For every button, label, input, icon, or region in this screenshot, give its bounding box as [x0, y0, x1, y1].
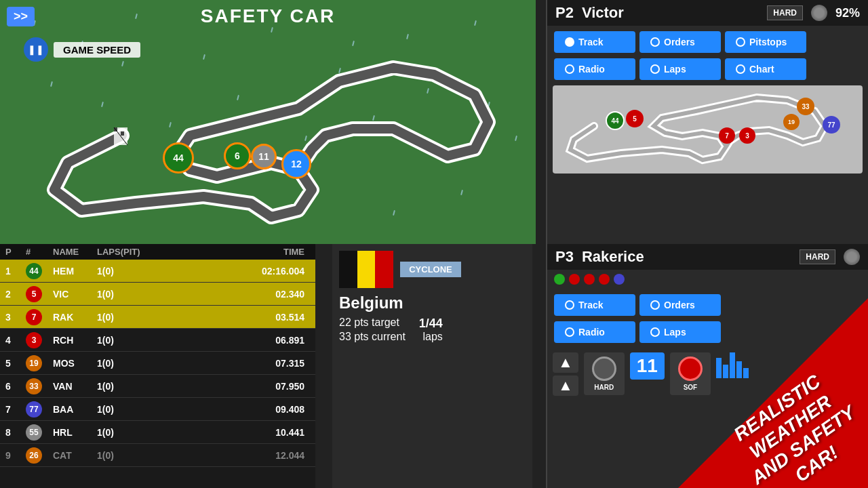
- car-11: 11: [251, 144, 277, 169]
- mini-car-44: 44: [606, 111, 625, 130]
- hard-tire-icon: [592, 357, 616, 381]
- radio-chart: [736, 64, 745, 74]
- nav-radio-btn-p2[interactable]: Radio: [554, 58, 635, 80]
- mini-car-3: 3: [739, 127, 755, 144]
- svg-rect-3: [121, 131, 124, 136]
- p3-driver-name: Rakerice: [582, 248, 791, 266]
- svg-rect-2: [114, 127, 117, 131]
- p2-driver-name: Victor: [582, 4, 759, 22]
- p3-position: P3: [555, 248, 574, 266]
- hard-tire-box: HARD: [584, 352, 625, 395]
- p3-radio-track: [565, 300, 574, 310]
- p2-header: P2 Victor HARD 92%: [547, 0, 868, 26]
- p2-mini-track: 44 5 33 77 19 7 3: [553, 85, 863, 174]
- mini-car-33: 33: [797, 98, 814, 115]
- pts-target-row: 22 pts target: [339, 317, 406, 329]
- table-row: 6 33 VAN 1(0) 07.950: [0, 375, 315, 398]
- col-header-name: NAME: [53, 247, 97, 257]
- safety-car-banner: SAFETY CAR: [201, 5, 335, 27]
- radio-track: [565, 37, 574, 47]
- pts-current-row: 33 pts current: [339, 331, 406, 343]
- table-row: 7 77 BAA 1(0) 09.408: [0, 398, 315, 421]
- weather-badge: CYCLONE: [400, 262, 461, 277]
- nav-laps-btn-p2[interactable]: Laps: [639, 58, 721, 80]
- p2-nav-buttons-row2: Radio Laps Chart: [547, 58, 868, 85]
- lap-up-arrow[interactable]: ▲: [553, 352, 578, 373]
- table-row: 9 26 CAT 1(0) 12.044: [0, 444, 315, 467]
- p2-position: P2: [555, 4, 574, 22]
- car-6: 6: [224, 142, 251, 169]
- table-row: 5 19 MOS 1(0) 07.315: [0, 352, 315, 375]
- game-speed-label: GAME SPEED: [54, 42, 140, 58]
- fast-forward-button[interactable]: >>: [7, 7, 35, 26]
- nav-chart-btn-p2[interactable]: Chart: [725, 58, 806, 80]
- lap-down-arrow[interactable]: ▲: [553, 375, 578, 396]
- belgium-flag: [339, 251, 393, 288]
- p3-radio-laps: [650, 327, 660, 337]
- nav-orders-btn-p2[interactable]: Orders: [639, 31, 721, 53]
- country-flag-row: CYCLONE: [339, 251, 526, 288]
- tire-dot-blue: [614, 274, 625, 285]
- col-header-time: TIME: [172, 247, 310, 257]
- radio-laps: [650, 64, 660, 74]
- car-12: 12: [281, 149, 311, 179]
- col-header-pos: P: [5, 247, 26, 257]
- col-header-laps: LAPS(PIT): [97, 247, 172, 257]
- nav-track-btn-p3[interactable]: Track: [554, 294, 635, 316]
- p2-percentage: 92%: [835, 6, 860, 20]
- p3-radio-radio: [565, 327, 574, 337]
- race-standings-table: P # NAME LAPS(PIT) TIME 1 44 HEM 1(0) 02…: [0, 244, 315, 488]
- p2-difficulty: HARD: [767, 5, 803, 20]
- p3-header: P3 Rakerice HARD: [547, 244, 868, 270]
- lap-display: 1/44: [419, 317, 443, 331]
- pause-icon[interactable]: ❚❚: [24, 37, 48, 62]
- tire-dot-red-2: [584, 274, 595, 285]
- nav-radio-btn-p3[interactable]: Radio: [554, 321, 635, 343]
- mini-car-5: 5: [626, 110, 644, 127]
- radio-orders: [650, 37, 660, 47]
- nav-track-btn-p2[interactable]: Track: [554, 31, 635, 53]
- table-row: 1 44 HEM 1(0) 02:16.004: [0, 260, 315, 283]
- nav-pitstops-btn-p2[interactable]: Pitstops: [725, 31, 806, 53]
- mini-car-77: 77: [823, 116, 840, 134]
- p3-settings-icon[interactable]: [844, 249, 860, 265]
- table-header: P # NAME LAPS(PIT) TIME: [0, 244, 315, 260]
- panel-p2: P2 Victor HARD 92% Track Orders Pitstops…: [546, 0, 868, 244]
- mini-car-7: 7: [719, 127, 735, 144]
- tire-dot-red-1: [569, 274, 580, 285]
- race-info-panel: CYCLONE Belgium 22 pts target 33 pts cur…: [332, 244, 532, 488]
- radio-pitstops: [736, 37, 745, 47]
- table-row: 4 3 RCH 1(0) 06.891: [0, 329, 315, 352]
- table-row: 8 55 HRL 1(0) 10.441: [0, 421, 315, 444]
- settings-icon[interactable]: [811, 5, 827, 21]
- table-row: 2 5 VIC 1(0) 02.340: [0, 283, 315, 306]
- strategy-lap-num: 11: [630, 352, 665, 380]
- tire-dot-green: [554, 274, 565, 285]
- track-map-area: SAFETY CAR >> ❚❚ GAME SPEED 44 6 11 12: [0, 0, 536, 244]
- p3-tires-row: [547, 270, 868, 289]
- table-row: 3 7 RAK 1(0) 03.514: [0, 306, 315, 329]
- lap-adjust-controls: ▲ ▲: [553, 352, 578, 396]
- game-speed-area: ❚❚ GAME SPEED: [24, 37, 140, 62]
- laps-label: laps: [419, 331, 443, 343]
- radio-radio: [565, 64, 574, 74]
- mini-track-svg: [553, 85, 863, 174]
- country-name: Belgium: [339, 293, 526, 312]
- col-header-num: #: [26, 247, 53, 257]
- car-44: 44: [163, 142, 194, 174]
- panel-p3: P3 Rakerice HARD Track Orders Radio Laps: [546, 244, 868, 488]
- p2-nav-buttons: Track Orders Pitstops: [547, 26, 868, 58]
- p3-difficulty: HARD: [800, 249, 835, 264]
- hard-tire-label: HARD: [594, 384, 614, 391]
- tire-dot-red-3: [599, 274, 610, 285]
- mini-car-19: 19: [783, 114, 800, 130]
- p3-radio-orders: [650, 300, 660, 310]
